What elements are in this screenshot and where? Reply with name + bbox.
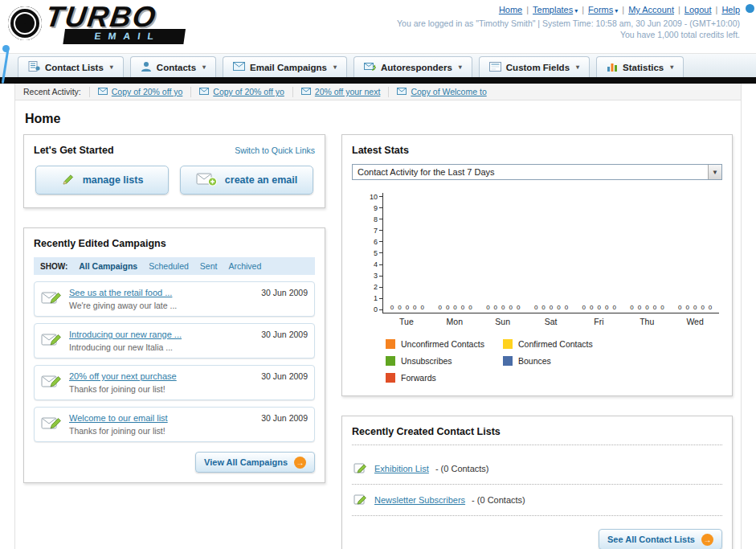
chart-value-label: 0	[453, 304, 456, 311]
campaign-title-link[interactable]: Welcome to our email list	[69, 413, 255, 423]
contact-list-item[interactable]: Exhibition List - (0 Contacts)	[352, 453, 722, 485]
dropdown-arrow-icon: ▼	[708, 165, 721, 179]
recent-activity-link[interactable]: 20% off your next	[315, 87, 381, 96]
filter-all-campaigns[interactable]: All Campaigns	[79, 261, 137, 271]
separator: |	[526, 5, 529, 14]
app-logo: TURBO EMAIL	[8, 2, 186, 44]
chart-value-label: 0	[598, 304, 601, 311]
campaign-item[interactable]: Welcome to our email list Thanks for joi…	[34, 407, 315, 442]
recent-activity-link[interactable]: Copy of 20% off yo	[112, 87, 183, 96]
nav-templates-link[interactable]: Templates	[533, 5, 573, 14]
chart-value-label: 0	[390, 304, 394, 311]
chart-day-values: 00000	[582, 304, 616, 311]
filter-archived[interactable]: Archived	[228, 261, 261, 271]
recent-activity-item[interactable]: Copy of 20% off yo	[89, 87, 191, 97]
x-axis-label: Mon	[431, 317, 479, 326]
campaign-subtitle: Thanks for joining our list!	[69, 426, 255, 436]
caret-down-icon: ▾	[202, 64, 206, 71]
nav-help-link[interactable]: Help	[721, 5, 740, 14]
recent-activity-item[interactable]: Copy of Welcome to	[388, 87, 494, 97]
chart-day-column: 00000	[431, 193, 480, 313]
filter-sent[interactable]: Sent	[200, 261, 218, 271]
separator: |	[582, 5, 584, 14]
y-axis-tick-label: 7	[374, 227, 378, 235]
campaign-item[interactable]: Introducing our new range ... Introducin…	[34, 323, 315, 358]
y-axis-tick: 9	[362, 204, 382, 211]
nav-home-link[interactable]: Home	[499, 5, 522, 14]
page-title: Home	[25, 112, 733, 126]
chart-legend: Unconfirmed Contacts Confirmed Contacts …	[386, 339, 722, 383]
manage-lists-button[interactable]: manage lists	[35, 166, 169, 195]
switch-quick-links-link[interactable]: Switch to Quick Links	[235, 145, 315, 155]
campaign-item[interactable]: 20% off your next purchase Thanks for jo…	[34, 365, 315, 400]
envelope-pencil-icon	[41, 373, 63, 392]
caret-down-icon: ▾	[459, 64, 462, 71]
view-all-campaigns-button[interactable]: View All Campaigns →	[195, 452, 315, 473]
tab-custom-fields[interactable]: Custom Fields ▾	[479, 56, 590, 77]
create-email-button[interactable]: create an email	[180, 166, 313, 195]
email-campaigns-icon	[233, 62, 245, 72]
recent-activity-label: Recent Activity:	[15, 87, 89, 96]
legend-label: Unsubscribes	[401, 356, 452, 366]
recent-activity-link[interactable]: Copy of Welcome to	[411, 87, 486, 96]
campaign-title-link[interactable]: Introducing our new range ...	[69, 330, 255, 339]
chart-value-label: 0	[685, 304, 689, 311]
tab-autoresponders[interactable]: Autoresponders ▾	[353, 56, 472, 77]
chart-day-column: 00000	[527, 193, 575, 313]
see-all-contact-lists-button[interactable]: See All Contact Lists →	[599, 529, 722, 549]
y-axis-tick: 1	[362, 295, 382, 302]
contact-list-link[interactable]: Newsletter Subscribers	[374, 495, 465, 505]
contact-list-link[interactable]: Exhibition List	[374, 464, 429, 473]
recent-activity-item[interactable]: 20% off your next	[292, 87, 389, 97]
chart-day-column: 00000	[383, 193, 431, 313]
stats-filter-select[interactable]: Contact Activity for the Last 7 Days ▼	[352, 164, 722, 180]
tab-contacts[interactable]: Contacts ▾	[130, 56, 216, 77]
contact-list-count: - (0 Contacts)	[435, 464, 489, 473]
y-axis-tick-label: 1	[374, 294, 378, 302]
nav-logout-link[interactable]: Logout	[684, 5, 712, 14]
filter-scheduled[interactable]: Scheduled	[149, 261, 189, 271]
recent-activity-item[interactable]: Copy of 20% off yo	[190, 87, 292, 97]
chart-value-label: 0	[565, 304, 568, 311]
contact-list-item[interactable]: Newsletter Subscribers - (0 Contacts)	[352, 485, 722, 516]
recent-activity-link[interactable]: Copy of 20% off yo	[213, 87, 284, 96]
tab-label: Email Campaigns	[250, 63, 327, 72]
caret-down-icon: ▾	[615, 7, 618, 14]
campaign-subtitle: Introducing our new Italia ...	[69, 342, 255, 352]
campaign-title-link[interactable]: 20% off your next purchase	[69, 371, 255, 381]
campaign-item[interactable]: See us at the retail food ... We're givi…	[34, 281, 315, 317]
chart-value-label: 0	[541, 304, 545, 311]
y-axis-tick: 10	[362, 193, 382, 200]
envelope-plus-icon	[196, 172, 218, 189]
chart-value-label: 0	[660, 304, 664, 311]
chart-day-values: 00000	[678, 304, 712, 311]
campaign-title-link[interactable]: See us at the retail food ...	[69, 288, 255, 297]
tab-email-campaigns[interactable]: Email Campaigns ▾	[223, 56, 347, 77]
nav-forms-link[interactable]: Forms	[588, 5, 613, 14]
campaign-subtitle: Thanks for joining our list!	[69, 384, 255, 394]
contact-activity-chart: 109876543210 000000000000000000000000000…	[362, 193, 719, 326]
main-nav-bar: Contact Lists ▾ Contacts ▾ Email Campaig…	[0, 53, 756, 77]
view-all-campaigns-label: View All Campaigns	[204, 457, 288, 467]
nav-my-account-link[interactable]: My Account	[628, 5, 674, 14]
chart-value-label: 0	[582, 304, 586, 311]
chart-value-label: 0	[406, 304, 409, 311]
logo-title: TURBO	[33, 2, 190, 31]
tab-label: Custom Fields	[506, 63, 570, 72]
y-axis-tick-label: 8	[374, 215, 378, 223]
legend-label: Forwards	[401, 373, 436, 383]
tab-statistics[interactable]: Statistics ▾	[596, 56, 684, 77]
chart-day-values: 00000	[390, 304, 424, 311]
caret-down-icon: ▾	[670, 64, 673, 71]
chart-value-label: 0	[501, 304, 505, 311]
x-axis-label: Thu	[623, 317, 671, 326]
tab-label: Contacts	[157, 63, 196, 72]
chart-y-axis: 109876543210	[362, 193, 382, 313]
recent-activity-bar: Recent Activity: Copy of 20% off yo Copy…	[15, 84, 741, 100]
chart-value-label: 0	[709, 304, 712, 311]
y-axis-tick: 2	[362, 284, 382, 291]
corner-dot-decoration	[746, 4, 754, 13]
tab-contact-lists[interactable]: Contact Lists ▾	[18, 56, 124, 77]
legend-item: Forwards	[386, 373, 503, 383]
envelope-pencil-icon	[41, 331, 63, 350]
